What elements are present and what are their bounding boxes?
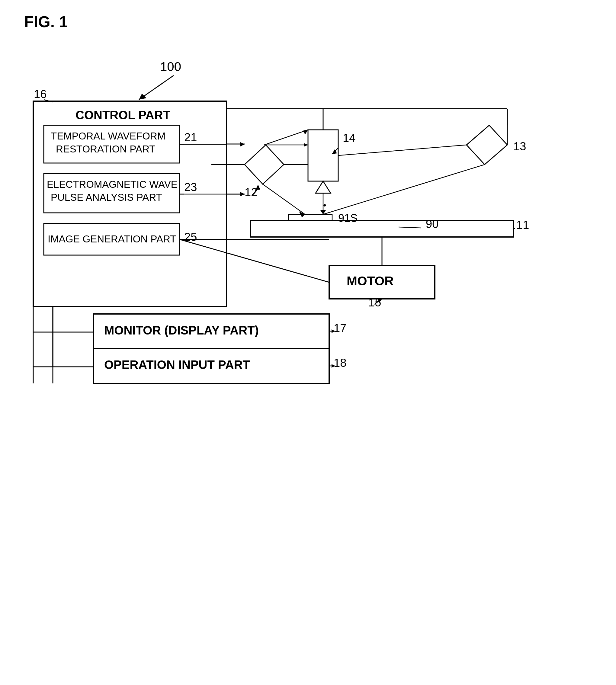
component-14-box xyxy=(308,130,338,181)
ref-91S-label: 91S xyxy=(338,212,357,224)
component-12-box xyxy=(245,145,284,184)
svg-marker-10 xyxy=(315,181,331,193)
ref-18-label: 18 xyxy=(334,356,346,369)
svg-line-15 xyxy=(263,184,305,214)
svg-line-52 xyxy=(264,130,308,145)
stage-plate xyxy=(250,220,513,237)
ref-90-label: 90 xyxy=(426,218,438,230)
ref-17-label: 17 xyxy=(334,322,346,334)
svg-marker-51 xyxy=(240,192,245,196)
ref-12-label: 12 xyxy=(245,186,257,199)
svg-line-21 xyxy=(338,145,466,155)
svg-marker-53 xyxy=(304,130,308,135)
image-generation-label: IMAGE GENERATION PART xyxy=(48,234,176,245)
em-wave-line2: PULSE ANALYSIS PART xyxy=(51,192,162,203)
svg-line-22 xyxy=(399,227,421,228)
svg-marker-50 xyxy=(240,142,245,147)
fig-title: FIG. 1 xyxy=(24,13,68,30)
svg-line-19 xyxy=(323,164,485,214)
ref-11-label: 11 xyxy=(516,219,529,231)
component-13-box xyxy=(466,125,507,164)
diagram-container: FIG. 1 100 CONTROL PART 16 TEMPORAL WAVE… xyxy=(0,0,616,685)
ref-16-label: 16 xyxy=(34,88,46,101)
temporal-waveform-line1: TEMPORAL WAVEFORM xyxy=(51,130,166,141)
monitor-label: MONITOR (DISPLAY PART) xyxy=(104,324,259,337)
operation-input-label: OPERATION INPUT PART xyxy=(104,358,250,371)
ref-100-label: 100 xyxy=(160,60,181,74)
svg-line-26 xyxy=(180,239,329,282)
control-part-label: CONTROL PART xyxy=(75,108,170,121)
temporal-waveform-line2: RESTORATION PART xyxy=(56,143,155,155)
beam-point: • xyxy=(323,200,326,210)
svg-marker-1 xyxy=(139,94,147,100)
ref-13-label: 13 xyxy=(513,140,526,153)
ref-23-label: 23 xyxy=(184,181,197,194)
svg-marker-57 xyxy=(304,143,308,147)
em-wave-line1: ELECTROMAGNETIC WAVE xyxy=(47,179,178,190)
ref-21-label: 21 xyxy=(184,131,197,144)
ref-14-label: 14 xyxy=(343,132,355,144)
motor-label: MOTOR xyxy=(347,274,394,288)
sample-90 xyxy=(288,214,332,220)
